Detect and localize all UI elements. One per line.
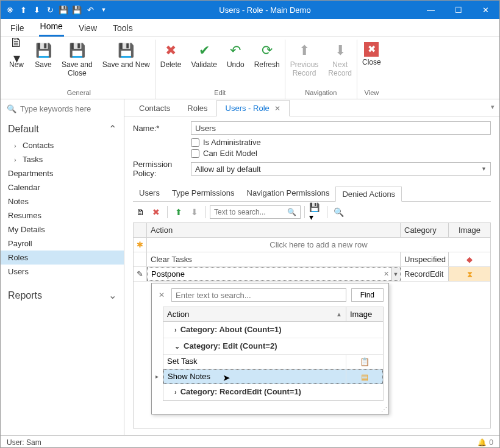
chevron-right-icon: › [14, 156, 19, 163]
dropdown-toggle-icon[interactable]: ▼ [391, 268, 400, 280]
nav-item-payroll[interactable]: Payroll [1, 236, 124, 251]
popup-image-header[interactable]: Image [346, 307, 383, 321]
qat-refresh-icon[interactable]: ↻ [45, 4, 55, 15]
window-close-button[interactable]: ✕ [472, 1, 499, 19]
menubar: File Home View Tools [1, 19, 499, 37]
toolbar-up-icon[interactable]: ⬆ [171, 205, 186, 219]
grid-category-header[interactable]: Category [401, 223, 449, 237]
menu-view[interactable]: View [77, 20, 98, 37]
ribbon-group-edit: Edit [214, 89, 226, 98]
ribbon-save-new-button[interactable]: 💾Save and New [98, 40, 155, 89]
edit-indicator-icon: ✎ [134, 267, 147, 281]
ribbon-save-button[interactable]: 💾Save [30, 40, 57, 89]
nav-section-default[interactable]: Default⌃ [1, 118, 124, 138]
toolbar-search-input[interactable] [210, 208, 284, 216]
doctab-users-role[interactable]: Users - Role ✕ [216, 100, 290, 116]
popup-row-shownotes[interactable]: ▸ Show Notes ▤ ➤ [163, 369, 383, 384]
subtab-denied-actions[interactable]: Denied Actions [335, 187, 402, 202]
nav-section-reports[interactable]: Reports⌄ [1, 285, 124, 305]
doctab-contacts[interactable]: Contacts [130, 101, 179, 116]
popup-action-header[interactable]: Action▲ [163, 307, 346, 321]
sidebar-search[interactable]: 🔍 [1, 99, 124, 118]
ribbon-close-button[interactable]: ✖Close [357, 40, 386, 89]
action-cell-input[interactable] [148, 268, 382, 280]
can-edit-model-checkbox[interactable]: Can Edit Model [191, 149, 491, 158]
name-label: Name:* [133, 124, 191, 133]
action-lookup-popup: ✕ Find Action▲ Image ›Category: About (C… [151, 283, 389, 414]
toolbar-save-layout-icon[interactable]: 💾▾ [309, 205, 323, 219]
grid-row[interactable]: Clear Tasks Unspecified ◆ [134, 252, 490, 267]
qat-saveas-icon[interactable]: 💾 [71, 4, 82, 15]
grid-row-editing[interactable]: ✎ ✕ ▼ RecordEdit ⧗ [134, 267, 490, 282]
toolbar-search[interactable]: 🔍 [210, 205, 301, 219]
sort-asc-icon: ▲ [336, 311, 342, 318]
ribbon-refresh-button[interactable]: ⟳Refresh [249, 40, 285, 89]
ribbon-delete-button[interactable]: ✖Delete [155, 40, 187, 89]
nav-item-users[interactable]: Users [1, 265, 124, 279]
is-admin-checkbox[interactable]: Is Administrative [191, 138, 491, 147]
grid-toolbar: 🗎 ✖ ⬆ ⬇ 🔍 💾▾ 🔍 [133, 204, 491, 220]
ribbon-undo-button[interactable]: ↶Undo [222, 40, 249, 89]
doctab-roles[interactable]: Roles [179, 101, 216, 116]
popup-clear-icon[interactable]: ✕ [157, 291, 166, 299]
status-user: User: Sam [7, 438, 41, 447]
toolbar-down-icon[interactable]: ⬇ [187, 205, 202, 219]
permission-policy-select[interactable]: Allow all by default▼ [191, 162, 491, 176]
grid-image-header[interactable]: Image [449, 223, 490, 237]
quick-access-toolbar: ❋ ⬆ ⬇ ↻ 💾 💾 ↶ ▼ [1, 4, 113, 15]
hourglass-icon: ⧗ [467, 269, 473, 279]
qat-down-icon[interactable]: ⬇ [31, 4, 42, 15]
subtab-navigation-permissions[interactable]: Navigation Permissions [241, 186, 336, 201]
popup-row-settask[interactable]: Set Task 📋 [163, 355, 383, 369]
close-tab-icon[interactable]: ✕ [274, 104, 280, 113]
toolbar-delete-icon[interactable]: ✖ [149, 205, 163, 219]
popup-group-recordedit[interactable]: ›Category: RecordEdit (Count=1) [163, 384, 383, 400]
nav-item-contacts[interactable]: ›Contacts [1, 138, 124, 152]
window-maximize-button[interactable]: ☐ [445, 1, 472, 19]
grid-action-header[interactable]: Action [147, 223, 401, 237]
qat-save-icon[interactable]: 💾 [58, 4, 69, 15]
toolbar-new-icon[interactable]: 🗎 [133, 205, 148, 219]
sidebar-search-input[interactable] [20, 104, 123, 113]
nav-item-tasks[interactable]: ›Tasks [1, 152, 124, 166]
ribbon-group-view: View [365, 89, 379, 98]
ribbon-group-general: General [67, 89, 91, 98]
nav-item-mydetails[interactable]: My Details [1, 222, 124, 236]
nav-item-departments[interactable]: Departments [1, 166, 124, 180]
qat-undo-icon[interactable]: ↶ [85, 4, 96, 15]
chevron-right-icon: › [174, 386, 177, 397]
qat-gear-icon[interactable]: ❋ [4, 4, 15, 15]
popup-search-input[interactable] [171, 288, 346, 302]
tabs-overflow-icon[interactable]: ▾ [491, 103, 495, 111]
subtab-users[interactable]: Users [133, 186, 166, 201]
subtab-type-permissions[interactable]: Type Permissions [166, 186, 241, 201]
qat-dropdown-icon[interactable]: ▼ [98, 4, 109, 15]
ribbon-save-close-button[interactable]: 💾Save and Close [57, 40, 98, 89]
ribbon-group-nav: Navigation [305, 89, 337, 98]
qat-up-icon[interactable]: ⬆ [18, 4, 29, 15]
resize-grip-icon[interactable]: ⋰ [152, 406, 388, 414]
menu-home[interactable]: Home [39, 18, 64, 37]
search-icon[interactable]: 🔍 [284, 208, 300, 216]
ribbon-prev-record-button[interactable]: ⬆Previous Record [285, 40, 324, 89]
status-notifications[interactable]: 🔔 0 [477, 438, 493, 447]
name-input[interactable] [191, 121, 491, 135]
nav-item-calendar[interactable]: Calendar [1, 180, 124, 194]
nav-item-notes[interactable]: Notes [1, 194, 124, 208]
popup-group-about[interactable]: ›Category: About (Count=1) [163, 322, 383, 338]
ribbon: 🗎▾New 💾Save 💾Save and Close 💾Save and Ne… [1, 37, 499, 99]
menu-tools[interactable]: Tools [112, 20, 134, 37]
ribbon-new-button[interactable]: 🗎▾New [3, 40, 30, 89]
clear-value-icon[interactable]: ✕ [382, 270, 391, 278]
toolbar-preview-icon[interactable]: 🔍 [331, 205, 346, 219]
ribbon-next-record-button[interactable]: ⬇Next Record [323, 40, 357, 89]
chevron-down-icon: ⌄ [109, 290, 116, 301]
popup-group-edit[interactable]: ⌄Category: Edit (Count=2) [163, 338, 383, 355]
nav-item-roles[interactable]: Roles [1, 251, 124, 265]
grid-new-row[interactable]: ✱ Click here to add a new row [134, 238, 490, 252]
popup-find-button[interactable]: Find [351, 288, 384, 302]
nav-item-resumes[interactable]: Resumes [1, 208, 124, 222]
clipboard-icon: 📋 [360, 357, 370, 366]
ribbon-validate-button[interactable]: ✔Validate [186, 40, 221, 89]
window-minimize-button[interactable]: — [417, 1, 445, 19]
